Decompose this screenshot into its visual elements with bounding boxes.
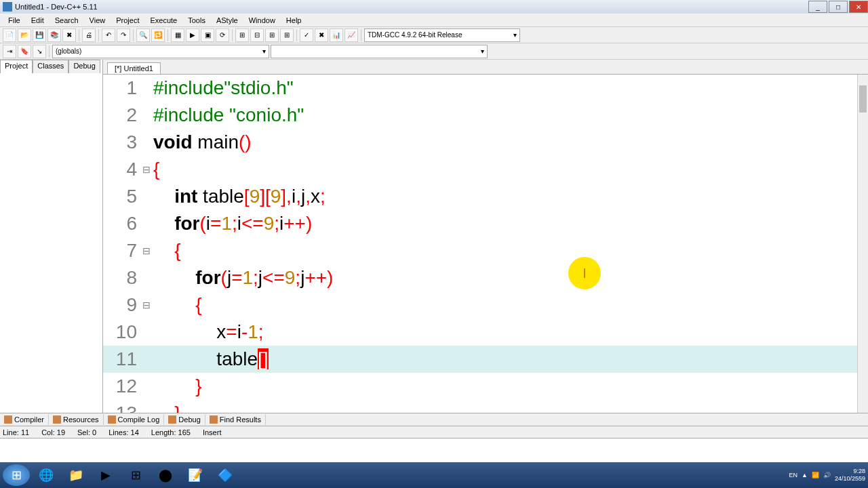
- grid2-button[interactable]: ⊟: [250, 28, 264, 42]
- tab-resources[interactable]: Resources: [49, 414, 104, 425]
- editor-tab-untitled1[interactable]: [*] Untitled1: [107, 62, 161, 74]
- grid4-button[interactable]: ⊞: [280, 28, 294, 42]
- open-button[interactable]: 📂: [18, 28, 31, 42]
- separator: [98, 29, 99, 41]
- line-number: 8: [103, 267, 142, 289]
- status-bar: Line: 11 Col: 19 Sel: 0 Lines: 14 Length…: [0, 426, 868, 439]
- debug-icon: [168, 415, 176, 424]
- save-button[interactable]: 💾: [33, 28, 46, 42]
- toolbar-secondary: ⇥ 🔖 ↘ (globals): [0, 43, 868, 60]
- chart-button[interactable]: 📈: [344, 28, 358, 42]
- window-title: Untitled1 - Dev-C++ 5.11: [15, 3, 98, 11]
- tab-debug[interactable]: Debug: [68, 60, 100, 73]
- goto2-button[interactable]: ↘: [33, 45, 46, 58]
- tray-sound-icon[interactable]: 🔊: [823, 472, 831, 479]
- tab-compile-log[interactable]: Compile Log: [104, 414, 165, 425]
- status-col: Col: 19: [41, 428, 65, 436]
- line-number: 11: [103, 348, 142, 370]
- taskbar-notes-icon[interactable]: 📝: [182, 464, 209, 486]
- sidebar: Project Classes Debug: [0, 60, 103, 413]
- line-number: 6: [103, 213, 142, 235]
- tab-classes[interactable]: Classes: [33, 60, 68, 73]
- separator: [79, 29, 79, 41]
- grid3-button[interactable]: ⊞: [265, 28, 279, 42]
- status-mode: Insert: [203, 428, 222, 436]
- menu-execute[interactable]: Execute: [144, 15, 182, 26]
- function-select[interactable]: [271, 45, 488, 58]
- app-icon: [3, 2, 12, 12]
- tab-find-results[interactable]: Find Results: [205, 414, 266, 425]
- globals-select[interactable]: (globals): [52, 45, 269, 58]
- start-button[interactable]: ⊞: [3, 464, 30, 486]
- redo-button[interactable]: ↷: [117, 28, 130, 42]
- menu-project[interactable]: Project: [111, 15, 144, 26]
- taskbar-media-icon[interactable]: ▶: [92, 464, 119, 486]
- status-line: Line: 11: [3, 428, 29, 436]
- status-lines: Lines: 14: [108, 428, 139, 436]
- new-button[interactable]: 📄: [3, 28, 16, 42]
- taskbar-ie-icon[interactable]: 🌐: [33, 464, 60, 486]
- tab-debug-bottom[interactable]: Debug: [164, 414, 205, 425]
- windows-taskbar: ⊞ 🌐 📁 ▶ ⊞ ⬤ 📝 🔷 EN ▲ 📶 🔊 9:28 24/10/2559: [0, 462, 868, 488]
- rebuild-button[interactable]: ⟳: [216, 28, 229, 42]
- debug-x-button[interactable]: ✖: [315, 28, 328, 42]
- tray-clock[interactable]: 9:28 24/10/2559: [835, 468, 865, 483]
- separator: [133, 29, 134, 41]
- separator: [232, 29, 233, 41]
- goto-button[interactable]: ⇥: [3, 45, 16, 58]
- separator: [49, 45, 50, 58]
- tab-project[interactable]: Project: [0, 60, 33, 73]
- editor-tabs: [*] Untitled1: [103, 60, 868, 75]
- menu-bar: File Edit Search View Project Execute To…: [0, 14, 868, 27]
- tab-compiler[interactable]: Compiler: [0, 414, 49, 425]
- line-number: 12: [103, 375, 142, 397]
- tray-network-icon[interactable]: 📶: [812, 472, 819, 479]
- compiler-select[interactable]: TDM-GCC 4.9.2 64-bit Release: [364, 28, 520, 42]
- menu-window[interactable]: Window: [243, 15, 281, 26]
- menu-astyle[interactable]: AStyle: [211, 15, 243, 26]
- line-number: 5: [103, 186, 142, 207]
- print-button[interactable]: 🖨: [82, 28, 96, 42]
- toolbar-main: 📄 📂 💾 📚 ✖ 🖨 ↶ ↷ 🔍 🔁 ▦ ▶ ▣ ⟳ ⊞ ⊟ ⊞ ⊞ ✓ ✖ …: [0, 27, 868, 43]
- cursor-highlight-icon: I: [568, 257, 601, 289]
- separator: [167, 29, 168, 41]
- close-button[interactable]: ✕: [849, 1, 868, 13]
- compiler-icon: [4, 415, 12, 424]
- tray-flag-icon[interactable]: ▲: [802, 472, 808, 479]
- replace-button[interactable]: 🔁: [151, 28, 165, 42]
- run-button[interactable]: ▶: [186, 28, 199, 42]
- find-button[interactable]: 🔍: [136, 28, 150, 42]
- saveall-button[interactable]: 📚: [47, 28, 61, 42]
- taskbar-devcpp-icon[interactable]: 🔷: [212, 464, 239, 486]
- code-editor[interactable]: 1#include"stdio.h" 2#include "conio.h" 3…: [103, 75, 868, 413]
- line-number: 4: [103, 159, 142, 180]
- menu-search[interactable]: Search: [50, 15, 84, 26]
- menu-edit[interactable]: Edit: [26, 15, 50, 26]
- debug-check-button[interactable]: ✓: [300, 28, 313, 42]
- status-length: Length: 165: [151, 428, 191, 436]
- close-file-button[interactable]: ✖: [62, 28, 76, 42]
- compile-button[interactable]: ▦: [171, 28, 184, 42]
- line-number: 3: [103, 131, 142, 153]
- grid1-button[interactable]: ⊞: [235, 28, 249, 42]
- line-number: 9: [103, 294, 142, 316]
- compile-run-button[interactable]: ▣: [201, 28, 214, 42]
- tray-lang[interactable]: EN: [789, 472, 798, 479]
- bookmark-button[interactable]: 🔖: [18, 45, 31, 58]
- maximize-button[interactable]: □: [829, 1, 848, 13]
- sidebar-tabs: Project Classes Debug: [0, 60, 102, 73]
- taskbar-chrome-icon[interactable]: ⬤: [152, 464, 179, 486]
- menu-tools[interactable]: Tools: [182, 15, 211, 26]
- window-titlebar: Untitled1 - Dev-C++ 5.11 _ □ ✕: [0, 0, 868, 14]
- minimize-button[interactable]: _: [808, 1, 827, 13]
- undo-button[interactable]: ↶: [102, 28, 115, 42]
- taskbar-explorer-icon[interactable]: 📁: [62, 464, 90, 486]
- taskbar-app-icon[interactable]: ⊞: [122, 464, 149, 486]
- line-number: 10: [103, 321, 142, 343]
- menu-file[interactable]: File: [3, 15, 26, 26]
- menu-view[interactable]: View: [84, 15, 111, 26]
- vertical-scrollbar[interactable]: [857, 75, 868, 413]
- status-sel: Sel: 0: [77, 428, 96, 436]
- menu-help[interactable]: Help: [281, 15, 307, 26]
- profile-button[interactable]: 📊: [330, 28, 343, 42]
